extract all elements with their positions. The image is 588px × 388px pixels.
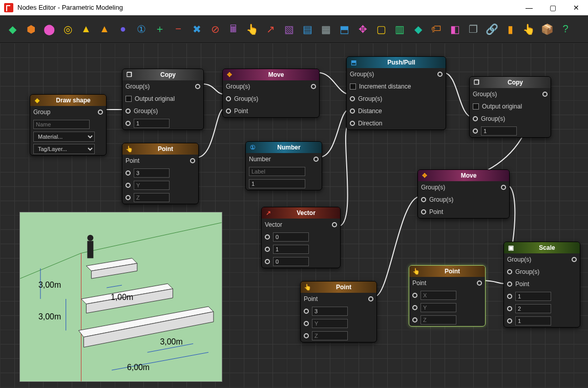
output-port[interactable]	[98, 110, 103, 115]
node-header[interactable]: ❐ Copy	[122, 69, 203, 80]
tool-pointer-icon[interactable]: 👆	[244, 21, 260, 37]
tool-diamond-icon[interactable]: ◆	[4, 21, 20, 37]
z-port[interactable]	[412, 317, 417, 322]
tool-rect5-icon[interactable]: ▥	[391, 21, 408, 37]
groups-port[interactable]	[421, 197, 426, 202]
y-input[interactable]	[421, 303, 456, 312]
sz-port[interactable]	[507, 318, 512, 324]
tool-cone-icon[interactable]: ▲	[96, 21, 113, 37]
node-header[interactable]: ▣ Scale	[504, 242, 580, 253]
point-port[interactable]	[226, 109, 231, 114]
minimize-button[interactable]: —	[517, 0, 541, 15]
sy-input[interactable]	[515, 304, 551, 313]
tool-pushpull-icon[interactable]: ⬒	[336, 21, 352, 37]
output-port[interactable]	[572, 257, 577, 262]
x-input[interactable]	[134, 168, 170, 178]
groups-port[interactable]	[226, 96, 231, 101]
output-port[interactable]	[195, 84, 200, 89]
tool-pointer2-icon[interactable]: 👆	[520, 21, 537, 37]
tool-paint-icon[interactable]: ◆	[410, 21, 426, 37]
node-copy[interactable]: ❐ Copy Group(s) Output original Group(s)	[122, 69, 204, 130]
z-port[interactable]	[265, 259, 270, 264]
tool-rect3-icon[interactable]: ▦	[318, 21, 334, 37]
groups-port[interactable]	[125, 109, 131, 114]
x-port[interactable]	[412, 293, 417, 298]
node-move[interactable]: ✥ Move Group(s) Group(s) Point	[417, 169, 510, 219]
x-input[interactable]	[273, 232, 309, 242]
close-button[interactable]: ✕	[564, 0, 588, 15]
distance-port[interactable]	[350, 109, 355, 114]
x-port[interactable]	[265, 234, 270, 240]
node-vector[interactable]: ↗ Vector Vector	[261, 207, 341, 268]
name-input[interactable]	[33, 120, 90, 129]
node-header[interactable]: ◆ Draw shape	[30, 95, 106, 106]
node-draw-shape[interactable]: ◆ Draw shape Group Material... Tag/Layer…	[30, 94, 107, 156]
tool-vector-icon[interactable]: ↗	[262, 21, 279, 37]
value-input[interactable]	[249, 179, 305, 188]
tag-select[interactable]: Tag/Layer...	[33, 144, 95, 154]
y-port[interactable]	[265, 247, 270, 252]
output-port[interactable]	[368, 296, 373, 301]
tool-divide-icon[interactable]: ⊘	[207, 21, 223, 37]
y-port[interactable]	[412, 305, 417, 310]
node-number[interactable]: ① Number Number	[245, 141, 322, 190]
output-port[interactable]	[542, 92, 548, 97]
direction-port[interactable]	[350, 121, 355, 126]
tool-calculator-icon[interactable]: 🖩	[225, 21, 242, 37]
maximize-button[interactable]: ▢	[541, 0, 564, 15]
groups-port[interactable]	[473, 116, 478, 121]
tool-eraser-icon[interactable]: ◧	[447, 21, 463, 37]
output-port[interactable]	[332, 222, 337, 227]
tool-tag-icon[interactable]: 🏷	[428, 21, 445, 37]
sy-port[interactable]	[507, 306, 512, 311]
sx-input[interactable]	[515, 292, 551, 301]
node-header[interactable]: ↗ Vector	[262, 207, 340, 219]
count-port[interactable]	[125, 121, 131, 126]
point-port[interactable]	[507, 282, 512, 287]
z-input[interactable]	[134, 193, 170, 202]
x-input[interactable]	[312, 307, 348, 316]
tool-pyramid-icon[interactable]: ▲	[78, 21, 94, 37]
z-input[interactable]	[421, 315, 456, 325]
count-input[interactable]	[481, 126, 517, 136]
tool-link-icon[interactable]: 🔗	[484, 21, 500, 37]
y-input[interactable]	[312, 319, 348, 328]
material-select[interactable]: Material...	[33, 132, 95, 142]
node-point[interactable]: 👆 Point Point	[122, 143, 199, 204]
node-pushpull[interactable]: ⬒ Push/Pull Group(s) Increment distance …	[346, 56, 446, 130]
point-port[interactable]	[421, 209, 426, 214]
output-original-checkbox[interactable]	[473, 103, 479, 110]
y-port[interactable]	[304, 321, 309, 326]
tool-rect4-icon[interactable]: ▢	[373, 21, 389, 37]
tool-copy-icon[interactable]: ❐	[465, 21, 481, 37]
tool-rect2-icon[interactable]: ▤	[299, 21, 316, 37]
z-port[interactable]	[125, 195, 131, 200]
tool-add-icon[interactable]: ＋	[152, 21, 168, 37]
node-header[interactable]: 👆 Point	[122, 143, 198, 155]
output-port[interactable]	[313, 157, 319, 162]
output-port[interactable]	[501, 185, 506, 190]
node-header[interactable]: ✥ Move	[418, 170, 509, 181]
sx-port[interactable]	[507, 294, 512, 299]
tool-cylinder-icon[interactable]: ⬤	[41, 21, 57, 37]
tool-box-icon[interactable]: 📦	[539, 21, 555, 37]
output-port[interactable]	[437, 72, 443, 77]
output-original-checkbox[interactable]	[125, 96, 132, 102]
tool-sphere-icon[interactable]: ●	[115, 21, 131, 37]
tool-torus-icon[interactable]: ◎	[59, 21, 76, 37]
node-point[interactable]: 👆 Point Point	[300, 281, 377, 342]
node-header[interactable]: 👆 Point	[301, 282, 376, 293]
output-port[interactable]	[190, 158, 195, 163]
node-move[interactable]: ✥ Move Group(s) Group(s) Point	[222, 69, 320, 118]
node-header[interactable]: 👆 Point	[409, 266, 485, 277]
x-port[interactable]	[125, 170, 131, 176]
output-port[interactable]	[477, 281, 482, 286]
node-copy[interactable]: ❐ Copy Group(s) Output original Group(s)	[469, 76, 551, 138]
z-input[interactable]	[273, 257, 309, 266]
z-input[interactable]	[312, 331, 348, 340]
increment-checkbox[interactable]	[350, 83, 356, 90]
tool-move-icon[interactable]: ✥	[354, 21, 371, 37]
count-port[interactable]	[473, 128, 478, 134]
groups-port[interactable]	[507, 269, 512, 274]
groups-port[interactable]	[350, 96, 355, 101]
